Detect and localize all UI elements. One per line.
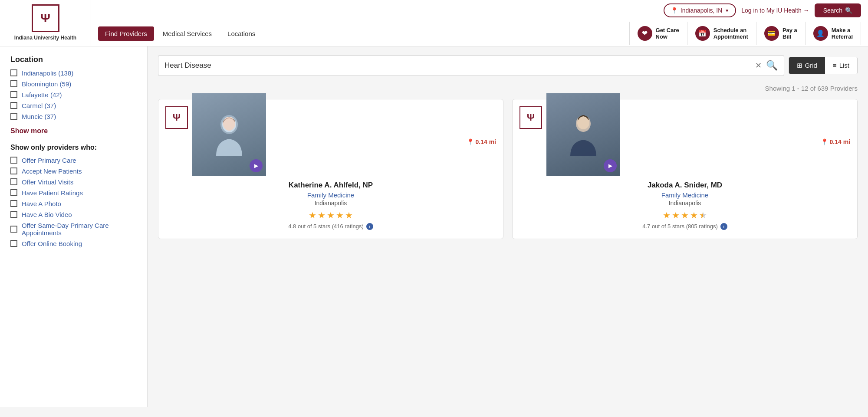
search-icon: 🔍 [845, 7, 852, 14]
card-logo-icon-1: Ψ [173, 112, 181, 123]
list-view-button[interactable]: ≡ List [825, 57, 857, 74]
filter-virtual-visits[interactable]: Offer Virtual Visits [10, 178, 137, 186]
provider-specialty-1: Family Medicine [165, 191, 496, 199]
grid-label: Grid [805, 62, 817, 69]
checkbox-have-photo[interactable] [10, 200, 17, 207]
filter-indianapolis-label: Indianapolis (138) [22, 69, 73, 77]
location-label: Indianapolis, IN [681, 7, 723, 14]
provider-card-2[interactable]: Ψ ▶ 📍 [512, 99, 858, 239]
filter-bloomington[interactable]: Bloomington (59) [10, 80, 137, 88]
checkbox-bloomington[interactable] [10, 80, 17, 87]
checkbox-online-booking[interactable] [10, 240, 17, 247]
schedule-label: Schedule anAppointment [713, 27, 748, 40]
card-logo-2: Ψ [519, 106, 542, 129]
header-search-button[interactable]: Search 🔍 [815, 3, 861, 17]
nav-items: Find Providers Medical Services Location… [98, 26, 629, 41]
filter-bio-video-label: Have A Bio Video [22, 211, 72, 218]
search-input-container: ✕ 🔍 [158, 55, 784, 76]
checkbox-carmel[interactable] [10, 102, 17, 109]
filter-patient-ratings-label: Have Patient Ratings [22, 189, 83, 197]
filter-muncie-label: Muncie (37) [22, 113, 56, 120]
main-layout: Location Indianapolis (138) Bloomington … [0, 46, 868, 407]
filter-primary-care[interactable]: Offer Primary Care [10, 157, 137, 164]
providers-grid: Ψ ▶ [158, 99, 858, 239]
filter-have-photo-label: Have A Photo [22, 200, 61, 207]
filter-same-day[interactable]: Offer Same-Day Primary Care Appointments [10, 222, 137, 236]
play-button-1[interactable]: ▶ [250, 159, 263, 172]
card-body-1: Katherine A. Ahlfeld, NP Family Medicine… [158, 176, 503, 230]
card-top-2: Ψ ▶ 📍 [513, 99, 857, 176]
checkbox-virtual-visits[interactable] [10, 178, 17, 185]
stars-row-1: ★ ★ ★ ★ ★ [165, 210, 496, 220]
referral-icon: 👤 [813, 26, 828, 41]
rating-value-1: 4.8 out of 5 stars (416 ratings) [288, 223, 363, 230]
star-2-2: ★ [672, 210, 680, 220]
filter-lafayette[interactable]: Lafayette (42) [10, 91, 137, 99]
nav-medical-services[interactable]: Medical Services [156, 26, 219, 41]
search-icon[interactable]: 🔍 [766, 60, 778, 71]
brand-name: Indiana University Health [14, 35, 76, 42]
filter-indianapolis[interactable]: Indianapolis (138) [10, 69, 137, 77]
location-pin-icon: 📍 [671, 7, 678, 14]
filter-online-booking-label: Offer Online Booking [22, 240, 82, 247]
checkbox-lafayette[interactable] [10, 91, 17, 98]
nav-area: 📍 Indianapolis, IN ▼ Log in to My IU Hea… [91, 0, 868, 46]
make-referral-action[interactable]: 👤 Make aReferral [806, 22, 861, 45]
checkbox-primary-care[interactable] [10, 157, 17, 164]
checkbox-indianapolis[interactable] [10, 69, 17, 76]
view-toggle: ⊞ Grid ≡ List [789, 57, 858, 74]
card-logo-1: Ψ [165, 106, 188, 129]
logo-area: Ψ Indiana University Health [0, 0, 91, 46]
checkbox-patient-ratings[interactable] [10, 189, 17, 196]
checkbox-muncie[interactable] [10, 113, 17, 120]
star-1-2: ★ [318, 210, 326, 220]
filter-online-booking[interactable]: Offer Online Booking [10, 240, 137, 247]
clear-icon[interactable]: ✕ [755, 61, 762, 70]
provider-card-1[interactable]: Ψ ▶ [158, 99, 503, 239]
rating-value-2: 4.7 out of 5 stars (805 ratings) [642, 223, 717, 230]
filter-bloomington-label: Bloomington (59) [22, 80, 71, 88]
play-button-2[interactable]: ▶ [604, 159, 617, 172]
stars-row-2: ★ ★ ★ ★ ★ ★ [519, 210, 850, 220]
distance-value-2: 0.14 mi [830, 138, 850, 145]
schedule-appointment-action[interactable]: 📅 Schedule anAppointment [687, 22, 756, 45]
info-icon-1[interactable]: i [366, 223, 373, 230]
ratings-text-1: 4.8 out of 5 stars (416 ratings) i [165, 223, 496, 230]
site-header: Ψ Indiana University Health 📍 Indianapol… [0, 0, 868, 46]
info-icon-2[interactable]: i [720, 223, 727, 230]
filter-lafayette-label: Lafayette (42) [22, 91, 62, 99]
filter-have-photo[interactable]: Have A Photo [10, 200, 137, 207]
filter-carmel[interactable]: Carmel (37) [10, 102, 137, 109]
search-input[interactable] [164, 61, 751, 70]
get-care-label: Get CareNow [656, 27, 679, 40]
pay-bill-action[interactable]: 💳 Pay aBill [756, 22, 806, 45]
grid-view-button[interactable]: ⊞ Grid [789, 57, 825, 74]
filter-new-patients-label: Accept New Patients [22, 167, 82, 175]
filters-section-title: Show only providers who: [10, 144, 137, 151]
checkbox-same-day[interactable] [10, 226, 17, 233]
nav-locations[interactable]: Locations [220, 26, 262, 41]
checkbox-new-patients[interactable] [10, 167, 17, 174]
provider-name-2: Jakoda A. Snider, MD [519, 181, 850, 190]
list-label: List [839, 62, 849, 69]
get-care-now-action[interactable]: ❤ Get CareNow [630, 22, 687, 45]
checkbox-bio-video[interactable] [10, 211, 17, 218]
filter-same-day-label: Offer Same-Day Primary Care Appointments [22, 222, 137, 236]
chevron-down-icon: ▼ [725, 8, 729, 13]
login-link[interactable]: Log in to My IU Health → [741, 7, 809, 14]
nav-actions: ❤ Get CareNow 📅 Schedule anAppointment 💳… [629, 22, 861, 45]
location-button[interactable]: 📍 Indianapolis, IN ▼ [664, 3, 736, 17]
star-2-5: ★ ★ [699, 210, 707, 220]
logo-icon: Ψ [40, 11, 50, 25]
filter-patient-ratings[interactable]: Have Patient Ratings [10, 189, 137, 197]
provider-location-1: Indianapolis [165, 200, 496, 207]
distance-value-1: 0.14 mi [476, 138, 496, 145]
filter-bio-video[interactable]: Have A Bio Video [10, 211, 137, 218]
show-more-link[interactable]: Show more [10, 127, 48, 135]
filter-muncie[interactable]: Muncie (37) [10, 113, 137, 120]
list-icon: ≡ [833, 62, 837, 69]
person-silhouette-2 [566, 111, 601, 158]
grid-icon: ⊞ [797, 62, 802, 69]
filter-new-patients[interactable]: Accept New Patients [10, 167, 137, 175]
nav-find-providers[interactable]: Find Providers [98, 26, 154, 41]
